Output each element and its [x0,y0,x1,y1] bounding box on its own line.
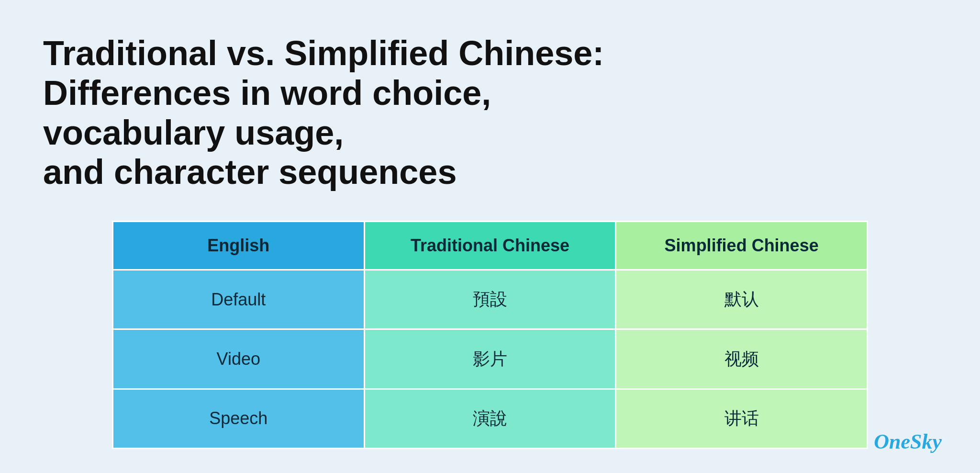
cell-video-simplified: 视频 [616,329,868,389]
comparison-table: English Traditional Chinese Simplified C… [112,221,868,449]
table-row: Video 影片 视频 [113,329,868,389]
table-header-row: English Traditional Chinese Simplified C… [113,222,868,270]
title-line-3: and character sequences [43,153,457,191]
table-row: Default 預設 默认 [113,270,868,329]
cell-default-english: Default [113,270,365,329]
cell-video-traditional: 影片 [364,329,616,389]
brand-logo: OneSky [874,429,942,454]
page-container: Traditional vs. Simplified Chinese: Diff… [0,0,980,473]
title-line-2: Differences in word choice, vocabulary u… [43,74,491,152]
header-english: English [113,222,365,270]
table-row: Speech 演說 讲话 [113,389,868,448]
cell-video-english: Video [113,329,365,389]
header-simplified: Simplified Chinese [616,222,868,270]
cell-speech-simplified: 讲话 [616,389,868,448]
header-traditional: Traditional Chinese [364,222,616,270]
cell-default-traditional: 預設 [364,270,616,329]
page-title: Traditional vs. Simplified Chinese: Diff… [43,34,617,192]
cell-default-simplified: 默认 [616,270,868,329]
cell-speech-traditional: 演說 [364,389,616,448]
title-line-1: Traditional vs. Simplified Chinese: [43,34,604,72]
table-wrapper: English Traditional Chinese Simplified C… [43,221,937,449]
cell-speech-english: Speech [113,389,365,448]
